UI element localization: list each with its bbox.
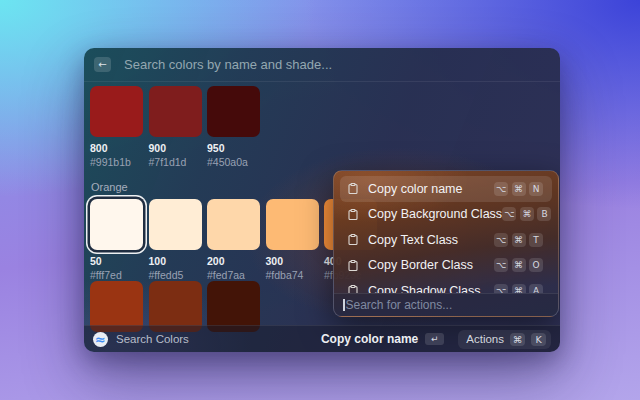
key-badge: T xyxy=(529,233,543,247)
color-swatch[interactable] xyxy=(90,199,143,250)
shortcut-keys: ⌥⌘T xyxy=(494,233,543,247)
text-cursor xyxy=(343,299,345,311)
swatch-hex-label: #fff7ed xyxy=(90,269,143,281)
back-button[interactable]: ← xyxy=(94,57,111,72)
extension-logo-icon: ≈ xyxy=(93,332,108,347)
actions-button-label: Actions xyxy=(466,333,504,345)
shortcut-keys: ⌥⌘N xyxy=(494,182,543,196)
color-section: 800#991b1b900#7f1d1d950#450a0a xyxy=(90,86,554,168)
action-label: Copy Border Class xyxy=(368,258,494,272)
swatch-shade-label: 800 xyxy=(90,142,143,154)
shortcut-keys: ⌥⌘A xyxy=(494,284,543,293)
search-header: ← xyxy=(84,48,560,82)
swatch-hex-label: #991b1b xyxy=(90,156,143,168)
status-bar: ≈ Search Colors Copy color name ↵ Action… xyxy=(84,325,560,352)
launcher-window: ← 800#991b1b900#7f1d1d950#450a0aOrange50… xyxy=(84,48,560,352)
key-badge: ⌥ xyxy=(494,182,508,196)
return-key-icon: ↵ xyxy=(425,333,444,345)
key-badge: ⌘ xyxy=(512,182,526,196)
actions-menu-button[interactable]: Actions ⌘ K xyxy=(458,330,551,349)
swatch-hex-label: #fdba74 xyxy=(266,269,319,281)
swatch-shade-label: 100 xyxy=(149,255,202,267)
action-menu-item[interactable]: Copy Shadow Class⌥⌘A xyxy=(340,278,552,293)
key-badge: ⌘ xyxy=(512,284,526,293)
action-label: Copy Shadow Class xyxy=(368,284,494,293)
extension-name: Search Colors xyxy=(116,333,189,345)
action-menu-item[interactable]: Copy Border Class⌥⌘O xyxy=(340,253,552,279)
color-swatch-cell: 950#450a0a xyxy=(207,86,260,168)
color-swatch-cell: 200#fed7aa xyxy=(207,199,260,281)
key-badge: ⌘ xyxy=(512,233,526,247)
key-badge: A xyxy=(529,284,543,293)
action-menu-item[interactable]: Copy color name⌥⌘N xyxy=(340,176,552,202)
key-badge: O xyxy=(529,258,543,272)
action-search-input[interactable]: Search for actions... xyxy=(334,293,558,316)
color-swatch[interactable] xyxy=(149,199,202,250)
clipboard-icon xyxy=(347,284,359,293)
action-label: Copy Text Class xyxy=(368,233,494,247)
key-badge: ⌥ xyxy=(494,258,508,272)
action-menu-item[interactable]: Copy Background Class⌥⌘B xyxy=(340,202,552,228)
color-swatch[interactable] xyxy=(207,86,260,137)
key-badge: ⌘ xyxy=(520,207,534,221)
color-swatch-cell: 800#991b1b xyxy=(90,86,143,168)
color-swatch-cell: 100#ffedd5 xyxy=(149,199,202,281)
clipboard-icon xyxy=(347,233,359,246)
clipboard-icon xyxy=(347,208,359,221)
action-label: Copy color name xyxy=(368,182,494,196)
color-swatch[interactable] xyxy=(90,86,143,137)
k-key-icon: K xyxy=(531,333,546,346)
key-badge: B xyxy=(537,207,551,221)
swatch-shade-label: 900 xyxy=(149,142,202,154)
shortcut-keys: ⌥⌘B xyxy=(502,207,551,221)
swatch-hex-label: #fed7aa xyxy=(207,269,260,281)
key-badge: ⌥ xyxy=(494,284,508,293)
clipboard-icon xyxy=(347,259,359,272)
actions-menu: Copy color name⌥⌘NCopy Background Class⌥… xyxy=(333,170,559,317)
color-swatch[interactable] xyxy=(207,199,260,250)
key-badge: ⌘ xyxy=(512,258,526,272)
back-arrow-icon: ← xyxy=(98,57,106,72)
key-badge: ⌥ xyxy=(494,233,508,247)
actions-menu-list: Copy color name⌥⌘NCopy Background Class⌥… xyxy=(340,176,552,293)
key-badge: N xyxy=(529,182,543,196)
footer-actions: Copy color name ↵ Actions ⌘ K xyxy=(321,330,551,349)
swatch-shade-label: 50 xyxy=(90,255,143,267)
swatch-hex-label: #450a0a xyxy=(207,156,260,168)
color-swatch-cell: 50#fff7ed xyxy=(90,199,143,281)
swatch-row: 800#991b1b900#7f1d1d950#450a0a xyxy=(90,86,554,168)
command-key-icon: ⌘ xyxy=(510,333,525,346)
clipboard-icon xyxy=(347,182,359,195)
shortcut-keys: ⌥⌘O xyxy=(494,258,543,272)
swatch-shade-label: 950 xyxy=(207,142,260,154)
color-swatch-cell: 300#fdba74 xyxy=(266,199,319,281)
primary-action-button[interactable]: Copy color name xyxy=(321,332,418,346)
action-search-placeholder: Search for actions... xyxy=(346,298,453,312)
swatch-shade-label: 300 xyxy=(266,255,319,267)
swatch-hex-label: #ffedd5 xyxy=(149,269,202,281)
swatch-shade-label: 200 xyxy=(207,255,260,267)
key-badge: ⌥ xyxy=(502,207,516,221)
swatch-hex-label: #7f1d1d xyxy=(149,156,202,168)
color-swatch[interactable] xyxy=(149,86,202,137)
action-label: Copy Background Class xyxy=(368,207,502,221)
desktop-background: ← 800#991b1b900#7f1d1d950#450a0aOrange50… xyxy=(0,0,640,400)
color-search-input[interactable] xyxy=(124,57,550,72)
action-menu-item[interactable]: Copy Text Class⌥⌘T xyxy=(340,227,552,253)
color-swatch[interactable] xyxy=(266,199,319,250)
color-swatch-cell: 900#7f1d1d xyxy=(149,86,202,168)
